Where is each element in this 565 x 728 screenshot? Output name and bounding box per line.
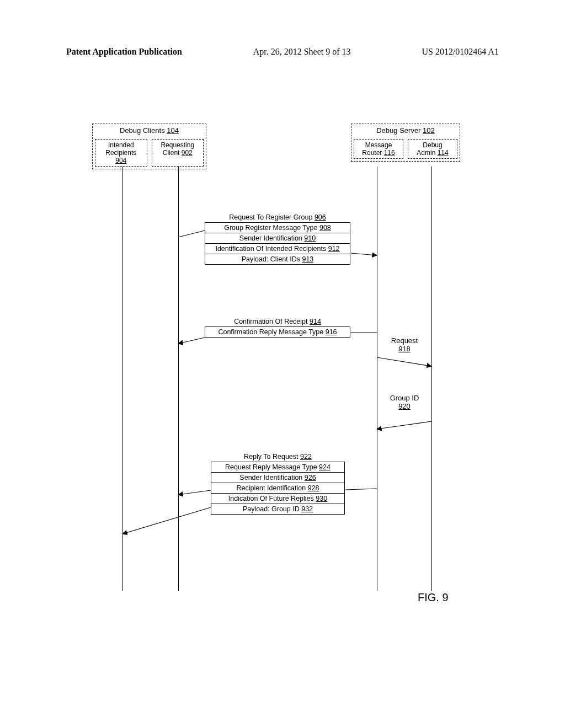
debug-clients-box: Debug Clients 104 Intended Recipients 90… (92, 124, 206, 169)
debug-clients-ref: 104 (167, 126, 179, 135)
debug-server-ref: 102 (423, 126, 435, 135)
svg-line-4 (377, 357, 431, 366)
page-header: Patent Application Publication Apr. 26, … (66, 47, 499, 57)
arrows-overlay (0, 0, 565, 728)
svg-line-1 (351, 253, 377, 255)
label-request: Request 918 (386, 336, 423, 353)
msg-register-group: Request To Register Group 906 Group Regi… (205, 213, 350, 265)
msg-confirmation: Confirmation Of Receipt 914 Confirmation… (205, 318, 350, 338)
lifeline-router (377, 167, 377, 591)
lifeline-requesting (178, 167, 179, 591)
label-group-id: Group ID 920 (385, 394, 424, 410)
figure-caption: FIG. 9 (418, 591, 449, 604)
svg-line-3 (178, 338, 205, 344)
requesting-client-ref: 902 (182, 149, 193, 157)
svg-line-5 (377, 421, 431, 429)
lifeline-intended (122, 167, 123, 591)
debug-admin-ref: 114 (438, 149, 449, 157)
intended-recipients-label: Intended Recipients (105, 141, 136, 157)
message-router-ref: 116 (384, 149, 395, 157)
svg-line-0 (178, 231, 205, 237)
header-right: US 2012/0102464 A1 (422, 47, 499, 57)
header-left: Patent Application Publication (66, 47, 182, 57)
svg-line-8 (122, 507, 211, 534)
debug-server-box: Debug Server 102 Message Router 116 Debu… (351, 124, 460, 162)
svg-line-6 (345, 489, 377, 490)
debug-server-title: Debug Server (376, 126, 423, 135)
msg-reply: Reply To Request 922 Request Reply Messa… (211, 453, 345, 515)
debug-clients-title: Debug Clients (120, 126, 167, 135)
svg-line-7 (178, 490, 211, 495)
lifeline-admin (431, 167, 432, 591)
header-center: Apr. 26, 2012 Sheet 9 of 13 (253, 47, 351, 57)
page: Patent Application Publication Apr. 26, … (0, 0, 565, 728)
intended-recipients-ref: 904 (115, 157, 126, 164)
